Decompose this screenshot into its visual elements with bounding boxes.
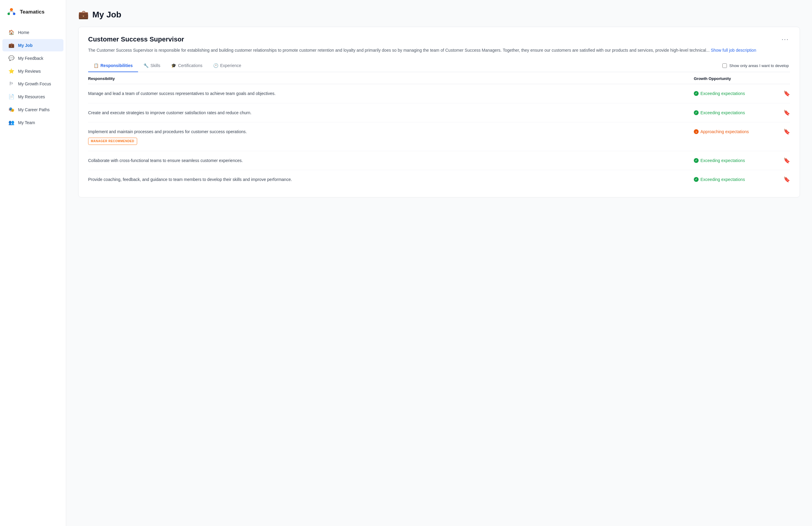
sidebar-item-my-job-label: My Job — [18, 43, 32, 48]
table-row: Create and execute strategies to improve… — [88, 103, 790, 122]
sidebar-item-my-team-label: My Team — [18, 120, 35, 125]
responsibility-text-3: Implement and maintain processes and pro… — [88, 128, 694, 145]
sidebar-item-my-feedback-label: My Feedback — [18, 56, 43, 61]
home-icon: 🏠 — [9, 29, 14, 35]
table-row: Implement and maintain processes and pro… — [88, 122, 790, 151]
growth-cell-4: Exceeding expectations 🔖 — [694, 157, 790, 164]
certifications-tab-icon: 🎓 — [171, 63, 176, 68]
job-card: Customer Success Supervisor ··· The Cust… — [78, 27, 800, 197]
tab-certifications-label: Certifications — [178, 63, 202, 68]
sidebar-item-my-job[interactable]: 💼 My Job — [2, 39, 63, 51]
growth-status-label-1: Exceeding expectations — [700, 91, 745, 96]
logo-icon — [6, 6, 17, 17]
sidebar-item-my-career-paths[interactable]: 🎭 My Career Paths — [2, 103, 63, 116]
sidebar-item-home[interactable]: 🏠 Home — [2, 26, 63, 39]
reviews-icon: ⭐ — [9, 68, 14, 74]
tabs-row: 📋 Responsibilities 🔧 Skills 🎓 Certificat… — [88, 60, 790, 72]
show-areas-checkbox[interactable] — [722, 63, 727, 68]
job-description-text: The Customer Success Supervisor is respo… — [88, 48, 710, 52]
table-row: Collaborate with cross-functional teams … — [88, 151, 790, 170]
sidebar-item-my-resources[interactable]: 📄 My Resources — [2, 90, 63, 103]
job-title-row: Customer Success Supervisor ··· — [88, 35, 790, 43]
sidebar-item-my-career-paths-label: My Career Paths — [18, 107, 49, 112]
sidebar-item-my-team[interactable]: 👥 My Team — [2, 116, 63, 129]
sidebar-item-my-reviews-label: My Reviews — [18, 69, 41, 74]
tab-experience[interactable]: 🕐 Experience — [208, 60, 247, 72]
svg-line-4 — [11, 11, 14, 13]
job-description: The Customer Success Supervisor is respo… — [88, 47, 790, 54]
col-header-responsibility: Responsibility — [88, 76, 694, 81]
responsibility-text-5: Provide coaching, feedback, and guidance… — [88, 176, 694, 183]
svg-point-2 — [13, 13, 15, 15]
growth-cell-1: Exceeding expectations 🔖 — [694, 90, 790, 97]
experience-tab-icon: 🕐 — [213, 63, 218, 68]
sidebar-item-my-reviews[interactable]: ⭐ My Reviews — [2, 65, 63, 77]
career-paths-icon: 🎭 — [9, 107, 14, 112]
bookmark-button-1[interactable]: 🔖 — [783, 90, 790, 97]
bookmark-button-4[interactable]: 🔖 — [783, 157, 790, 164]
sidebar-item-my-growth-focus-label: My Growth Focus — [18, 81, 51, 86]
job-title: Customer Success Supervisor — [88, 35, 184, 43]
manager-recommended-badge: MANAGER RECOMMENDED — [88, 138, 137, 145]
sidebar: Teamatics 🏠 Home 💼 My Job 💬 My Feedback … — [0, 0, 66, 526]
growth-status-4: Exceeding expectations — [694, 158, 745, 163]
show-areas-row: Show only areas I want to develop — [722, 63, 790, 68]
tab-certifications[interactable]: 🎓 Certifications — [166, 60, 208, 72]
page-header: 💼 My Job — [78, 10, 800, 19]
sidebar-item-my-resources-label: My Resources — [18, 94, 45, 99]
svg-line-3 — [9, 11, 11, 13]
growth-status-label-5: Exceeding expectations — [700, 177, 745, 182]
main-content: 💼 My Job Customer Success Supervisor ···… — [66, 0, 812, 526]
sidebar-item-my-feedback[interactable]: 💬 My Feedback — [2, 52, 63, 64]
page-header-icon: 💼 — [78, 10, 89, 19]
logo-text: Teamatics — [20, 9, 44, 15]
status-dot-1 — [694, 91, 699, 96]
table-header: Responsibility Growth Opportunity — [88, 72, 790, 84]
tab-skills[interactable]: 🔧 Skills — [138, 60, 166, 72]
table-body: Manage and lead a team of customer succe… — [88, 84, 790, 189]
status-dot-2 — [694, 110, 699, 115]
table-row: Manage and lead a team of customer succe… — [88, 84, 790, 103]
col-header-growth: Growth Opportunity — [694, 76, 790, 81]
bookmark-button-2[interactable]: 🔖 — [783, 109, 790, 116]
growth-status-3: Approaching expectations — [694, 129, 749, 134]
sidebar-item-my-growth-focus[interactable]: 🏳 My Growth Focus — [2, 78, 63, 90]
team-icon: 👥 — [9, 120, 14, 125]
status-dot-3 — [694, 129, 699, 134]
responsibility-text-1: Manage and lead a team of customer succe… — [88, 90, 694, 97]
growth-cell-5: Exceeding expectations 🔖 — [694, 176, 790, 183]
show-full-description-link[interactable]: Show full job description — [711, 48, 756, 52]
tab-responsibilities[interactable]: 📋 Responsibilities — [88, 60, 138, 72]
feedback-icon: 💬 — [9, 55, 14, 61]
table-row: Provide coaching, feedback, and guidance… — [88, 170, 790, 189]
tab-responsibilities-label: Responsibilities — [100, 63, 133, 68]
growth-focus-icon: 🏳 — [9, 81, 14, 87]
more-options-button[interactable]: ··· — [780, 35, 790, 43]
responsibility-text-4: Collaborate with cross-functional teams … — [88, 157, 694, 164]
skills-tab-icon: 🔧 — [143, 63, 148, 68]
svg-point-1 — [8, 13, 10, 15]
job-icon: 💼 — [9, 42, 14, 48]
responsibility-text-2: Create and execute strategies to improve… — [88, 109, 694, 116]
tab-experience-label: Experience — [220, 63, 241, 68]
growth-status-label-4: Exceeding expectations — [700, 158, 745, 163]
growth-cell-3: Approaching expectations 🔖 — [694, 128, 790, 135]
tabs: 📋 Responsibilities 🔧 Skills 🎓 Certificat… — [88, 60, 247, 72]
tab-skills-label: Skills — [150, 63, 160, 68]
growth-status-label-2: Exceeding expectations — [700, 110, 745, 115]
growth-status-label-3: Approaching expectations — [700, 129, 749, 134]
svg-point-0 — [10, 8, 13, 11]
bookmark-button-5[interactable]: 🔖 — [783, 176, 790, 183]
growth-cell-2: Exceeding expectations 🔖 — [694, 109, 790, 116]
bookmark-button-3[interactable]: 🔖 — [783, 128, 790, 135]
status-dot-5 — [694, 177, 699, 182]
resources-icon: 📄 — [9, 94, 14, 100]
growth-status-2: Exceeding expectations — [694, 110, 745, 115]
page-title: My Job — [92, 10, 121, 19]
logo: Teamatics — [0, 0, 66, 24]
responsibilities-tab-icon: 📋 — [93, 63, 99, 68]
status-dot-4 — [694, 158, 699, 163]
growth-status-5: Exceeding expectations — [694, 177, 745, 182]
sidebar-item-home-label: Home — [18, 30, 29, 35]
show-areas-label: Show only areas I want to develop — [729, 63, 789, 68]
